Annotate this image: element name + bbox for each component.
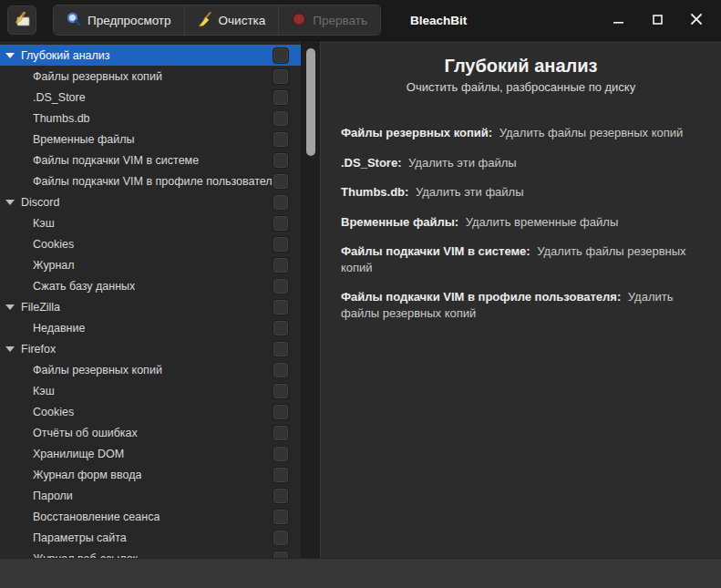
tree-row-checkbox[interactable] — [273, 68, 289, 85]
detail-entry-label: Файлы подкачки VIM в профиле пользовател… — [341, 290, 621, 304]
tree-row-checkbox[interactable] — [273, 173, 289, 190]
tree-row-checkbox[interactable] — [273, 509, 289, 525]
tree-row-label: Кэш — [33, 385, 55, 397]
expander-triangle-icon[interactable] — [5, 346, 15, 352]
detail-entry-label: Thumbs.db: — [341, 185, 408, 199]
tree-row-checkbox[interactable] — [273, 152, 289, 169]
tree-row[interactable]: Временные файлы — [0, 129, 301, 150]
tree-row-label: Файлы подкачки VIM в профиле пользовател… — [33, 175, 273, 188]
details-pane: Глубокий анализ Очистить файлы, разброса… — [321, 41, 721, 558]
tree-row[interactable]: Файлы подкачки VIM в профиле пользовател… — [0, 170, 301, 191]
detail-entry: Файлы подкачки VIM в системе: Удалить фа… — [341, 243, 701, 275]
maximize-button[interactable] — [642, 6, 673, 34]
tree-row-checkbox[interactable] — [273, 110, 289, 127]
tree-row-checkbox[interactable] — [273, 341, 289, 357]
detail-entry-description: Удалить файлы резервных копий — [496, 126, 683, 139]
detail-entry-description: Удалить эти файлы — [405, 156, 516, 170]
tree-row[interactable]: Файлы подкачки VIM в системе — [0, 150, 301, 170]
tree-row-checkbox[interactable] — [273, 320, 289, 336]
tree-row-label: Журнал — [33, 259, 75, 272]
tree-row-checkbox[interactable] — [273, 425, 289, 441]
stop-icon — [292, 12, 306, 29]
headerbar: Предпросмотр Очистка Прервать — [0, 0, 721, 41]
tree-row-checkbox[interactable] — [273, 467, 289, 483]
detail-entry-description: Удалить эти файлы — [412, 185, 523, 199]
tree-row-label: Хранилище DOM — [33, 448, 124, 460]
tree-row[interactable]: Глубокий анализ — [0, 45, 301, 66]
abort-button[interactable]: Прервать — [279, 5, 380, 35]
tree-row-checkbox[interactable] — [273, 488, 289, 504]
tree-row-label: Discord — [21, 196, 59, 209]
tree-row-checkbox[interactable] — [273, 404, 289, 420]
clean-button[interactable]: Очистка — [185, 5, 280, 35]
tree-row[interactable]: Восстановление сеанса — [0, 506, 301, 527]
tree-row[interactable]: Сжать базу данных — [0, 275, 301, 296]
detail-entry-label: Файлы подкачки VIM в системе: — [341, 244, 530, 258]
tree-row[interactable]: Файлы резервных копий — [0, 66, 301, 87]
tree-row-checkbox[interactable] — [273, 551, 289, 559]
tree-row-label: Кэш — [33, 217, 55, 230]
app-menu-button[interactable] — [7, 5, 36, 35]
tree-row[interactable]: .DS_Store — [0, 87, 301, 108]
expander-triangle-icon[interactable] — [5, 304, 15, 310]
tree-row-checkbox[interactable] — [273, 299, 289, 315]
tree-row-label: Недавние — [33, 322, 85, 335]
tree-row[interactable]: Discord — [0, 191, 301, 212]
broom-icon — [198, 12, 212, 29]
preview-button-label: Предпросмотр — [88, 14, 171, 27]
tree-row[interactable]: Cookies — [0, 233, 301, 254]
tree-row-checkbox[interactable] — [273, 131, 289, 148]
tree-row-checkbox[interactable] — [273, 236, 289, 253]
tree-row-checkbox[interactable] — [273, 383, 289, 399]
abort-button-label: Прервать — [313, 14, 367, 27]
tree-row[interactable]: Thumbs.db — [0, 108, 301, 129]
tree-row-checkbox[interactable] — [273, 89, 289, 106]
tree-row-checkbox[interactable] — [273, 530, 289, 546]
tree-row[interactable]: Файлы резервных копий — [0, 359, 301, 380]
tree-row[interactable]: Cookies — [0, 401, 301, 422]
expander-triangle-icon[interactable] — [5, 200, 15, 205]
tree-row[interactable]: Хранилище DOM — [0, 443, 301, 464]
tree-row[interactable]: Кэш — [0, 380, 301, 401]
tree-row[interactable]: Firefox — [0, 338, 301, 359]
tree-row[interactable]: Журнал форм ввода — [0, 464, 301, 485]
expander-triangle-icon[interactable] — [5, 53, 15, 58]
bleachbit-window: Предпросмотр Очистка Прервать — [0, 0, 721, 588]
detail-entry-description: Удалить временные файлы — [462, 215, 618, 229]
tree-row-label: Файлы резервных копий — [33, 364, 162, 377]
close-button[interactable] — [681, 6, 712, 34]
maximize-icon — [653, 14, 663, 27]
tree-row-label: Файлы подкачки VIM в системе — [33, 154, 199, 167]
tree-row-checkbox[interactable] — [273, 257, 289, 273]
preview-button[interactable]: Предпросмотр — [54, 5, 185, 35]
tree-row[interactable]: Журнал веб-ссылок — [0, 548, 301, 558]
tree-row-label: Отчёты об ошибках — [33, 427, 138, 439]
tree-row-checkbox[interactable] — [273, 47, 289, 64]
tree-row-label: Журнал форм ввода — [33, 469, 141, 481]
tree-row[interactable]: FileZilla — [0, 296, 301, 317]
tree-scrollbar-thumb[interactable] — [306, 48, 315, 156]
minimize-button[interactable] — [603, 6, 633, 34]
cleaner-tree: Глубокий анализ Файлы резервных копий .D… — [0, 41, 301, 558]
detail-entry: Файлы подкачки VIM в профиле пользовател… — [341, 289, 701, 321]
detail-entry-label: Временные файлы: — [341, 215, 458, 229]
tree-row-checkbox[interactable] — [273, 278, 289, 294]
toolbar-button-group: Предпросмотр Очистка Прервать — [53, 5, 381, 36]
tree-row[interactable]: Кэш — [0, 212, 301, 233]
tree-row-checkbox[interactable] — [273, 362, 289, 378]
tree-row-label: FileZilla — [21, 301, 60, 314]
tree-row-checkbox[interactable] — [273, 194, 289, 211]
detail-entry: Файлы резервных копий: Удалить файлы рез… — [341, 125, 701, 141]
window-title: BleachBit — [410, 14, 467, 27]
tree-row-checkbox[interactable] — [273, 215, 289, 232]
tree-row[interactable]: Параметры сайта — [0, 527, 301, 548]
status-bar — [0, 558, 721, 588]
tree-row[interactable]: Журнал — [0, 254, 301, 275]
tree-row[interactable]: Пароли — [0, 485, 301, 506]
tree-scrollbar[interactable] — [301, 41, 321, 558]
tree-row-checkbox[interactable] — [273, 446, 289, 462]
tree-row[interactable]: Отчёты об ошибках — [0, 422, 301, 443]
tree-row-label: Сжать базу данных — [33, 280, 135, 293]
tree-row[interactable]: Недавние — [0, 317, 301, 338]
tree-row-label: Файлы резервных копий — [33, 70, 162, 83]
